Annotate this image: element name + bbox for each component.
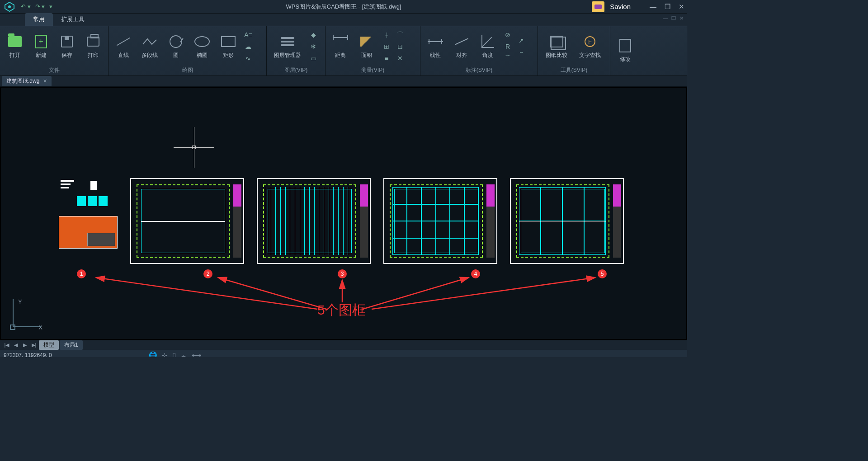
doc-maximize-button[interactable]: ❐	[671, 15, 676, 21]
text-tool-icon[interactable]: A≡	[243, 30, 253, 40]
dim-mini-tools-2: ↗ ⌢	[515, 35, 527, 58]
redo-button[interactable]: ↷ ▾	[35, 3, 45, 10]
status-bar: 972307, 1192649, 0 🌐 ⊹ ▯ ⫠ ⟷	[0, 350, 687, 357]
modify-icon	[617, 38, 633, 54]
tab-extensions[interactable]: 扩展工具	[53, 13, 93, 26]
drawing-frame-3	[257, 178, 371, 264]
svg-line-7	[372, 278, 595, 309]
linear-dim-icon	[427, 33, 443, 50]
compare-button[interactable]: 图纸比较	[541, 29, 572, 64]
spline-tool-icon[interactable]: ∿	[243, 53, 253, 63]
layout-nav-first[interactable]: |◀	[3, 342, 11, 348]
close-button[interactable]: ✕	[679, 3, 684, 11]
drawing-detail-1	[59, 178, 118, 213]
quick-access-toolbar: ↶ ▾ ↷ ▾ ▾	[21, 3, 52, 10]
status-snap-icon[interactable]: ⊹	[162, 351, 168, 357]
annotation-badge-1: 1	[77, 269, 86, 278]
rect-button[interactable]: 矩形	[216, 29, 241, 64]
measure-mini-icon[interactable]: ✕	[395, 53, 405, 63]
svg-line-4	[218, 278, 326, 309]
coordinates-display: 972307, 1192649, 0	[4, 352, 52, 357]
annotation-badge-2: 2	[203, 269, 212, 278]
drawing-frame-2	[130, 178, 244, 264]
svg-line-3	[96, 278, 317, 309]
cloud-tool-icon[interactable]: ☁	[243, 42, 253, 52]
linear-dim-button[interactable]: 线性	[423, 29, 448, 64]
distance-icon	[332, 33, 349, 50]
modify-button[interactable]: 修改	[613, 33, 637, 68]
group-label-modify	[610, 74, 687, 75]
ribbon: 打开 新建 保存 打印 文件 直线 多段线 圆 椭圆 矩形 A≡ ☁ ∿ 绘图 …	[0, 26, 687, 76]
open-icon	[7, 33, 23, 50]
dim-mini-icon[interactable]: ⊘	[503, 30, 513, 40]
area-button[interactable]: 面积	[354, 29, 379, 64]
ellipse-button[interactable]: 椭圆	[190, 29, 214, 64]
layout-tab-model[interactable]: 模型	[39, 340, 59, 350]
undo-button[interactable]: ↶ ▾	[21, 3, 31, 10]
find-text-button[interactable]: 文字查找	[574, 29, 606, 64]
measure-mini-icon[interactable]: ⊡	[395, 42, 405, 52]
annotation-badge-5: 5	[598, 269, 607, 278]
layout-nav-last[interactable]: ▶|	[30, 342, 38, 348]
find-icon	[582, 33, 598, 50]
measure-mini-icon[interactable]: ⌒	[395, 30, 405, 40]
align-dim-button[interactable]: 对齐	[449, 29, 474, 64]
align-dim-icon	[453, 33, 470, 50]
measure-mini-tools-1: ⟊ ⊞ ≡	[381, 29, 392, 64]
print-icon	[85, 33, 101, 50]
titlebar: ↶ ▾ ↷ ▾ ▾ WPS图片&浩辰CAD看图王 - [建筑图纸.dwg] Sa…	[0, 0, 687, 14]
new-button[interactable]: 新建	[29, 29, 53, 64]
document-tab[interactable]: 建筑图纸.dwg ✕	[2, 76, 52, 86]
angle-dim-button[interactable]: 角度	[476, 29, 500, 64]
measure-mini-icon[interactable]: ≡	[382, 53, 392, 63]
measure-mini-icon[interactable]: ⊞	[382, 42, 392, 52]
polyline-icon	[142, 33, 158, 50]
save-button[interactable]: 保存	[55, 29, 80, 64]
ucs-icon: YX	[9, 299, 41, 331]
close-tab-icon[interactable]: ✕	[43, 78, 47, 84]
draw-mini-tools: A≡ ☁ ∿	[242, 29, 254, 64]
open-button[interactable]: 打开	[3, 29, 27, 64]
ellipse-icon	[194, 33, 210, 50]
status-grid-icon[interactable]: ▯	[172, 351, 176, 357]
dim-mini-icon[interactable]: ⌒	[503, 53, 513, 63]
tab-home[interactable]: 常用	[25, 13, 53, 26]
status-extent-icon[interactable]: ⟷	[192, 351, 202, 357]
svg-rect-2	[594, 5, 602, 9]
line-icon	[115, 33, 132, 50]
dim-mini-icon[interactable]: ↗	[516, 36, 526, 46]
layout-tab-layout1[interactable]: 布局1	[60, 340, 83, 350]
print-button[interactable]: 打印	[81, 29, 105, 64]
qat-dropdown[interactable]: ▾	[49, 3, 52, 10]
maximize-button[interactable]: ❐	[665, 3, 670, 11]
doc-close-button[interactable]: ✕	[679, 15, 684, 21]
drawing-frames	[59, 178, 624, 264]
layer-on-icon[interactable]: ◆	[308, 30, 318, 40]
layer-manager-button[interactable]: 图层管理器	[269, 29, 306, 64]
annotation-text: 5个图框	[317, 301, 366, 320]
drawing-title-block	[59, 216, 118, 249]
doc-minimize-button[interactable]: —	[663, 15, 668, 21]
svg-line-6	[363, 278, 469, 309]
circle-button[interactable]: 圆	[164, 29, 188, 64]
minimize-button[interactable]: —	[650, 3, 656, 11]
dim-mini-icon[interactable]: ⌢	[516, 47, 526, 57]
distance-button[interactable]: 距离	[328, 29, 353, 64]
layer-freeze-icon[interactable]: ❄	[308, 42, 318, 52]
layout-tabs-bar: |◀ ◀ ▶ ▶| 模型 布局1	[0, 340, 687, 350]
dim-mini-tools-1: ⊘ R ⌒	[502, 29, 514, 64]
dim-mini-icon[interactable]: R	[503, 42, 513, 52]
line-button[interactable]: 直线	[111, 29, 136, 64]
layer-lock-icon[interactable]: ▭	[308, 53, 318, 63]
polyline-button[interactable]: 多段线	[137, 29, 162, 64]
vs-icon	[592, 1, 604, 12]
layout-nav-prev[interactable]: ◀	[12, 342, 20, 348]
status-ortho-icon[interactable]: ⫠	[180, 351, 187, 357]
drawing-frame-4	[383, 178, 497, 264]
user-name[interactable]: Savion	[610, 3, 631, 10]
measure-mini-icon[interactable]: ⟊	[382, 30, 392, 40]
group-label-file: 文件	[0, 66, 108, 75]
layout-nav-next[interactable]: ▶	[21, 342, 29, 348]
status-globe-icon[interactable]: 🌐	[149, 351, 157, 357]
drawing-canvas[interactable]: 1 2 3 4 5 5个图框 YX	[0, 87, 687, 340]
